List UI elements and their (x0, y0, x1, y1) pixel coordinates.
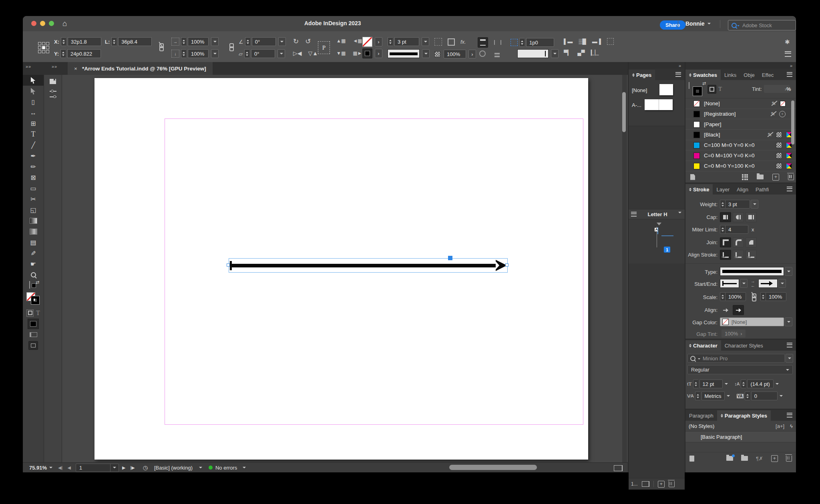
constrain-dimensions-icon[interactable] (158, 43, 163, 50)
stroke-menu-icon[interactable] (787, 187, 792, 191)
no-text-wrap-button[interactable] (478, 37, 488, 48)
pages-collapse-icon[interactable]: » (679, 63, 681, 68)
page-number-input[interactable]: 1 (76, 465, 110, 471)
scale-x-chevron-icon[interactable] (211, 37, 219, 46)
view-options-button[interactable] (23, 329, 44, 340)
rotate-cw-icon[interactable]: ↻ (293, 37, 299, 46)
select-parent-icon[interactable]: ◄▦ (353, 38, 362, 44)
tint-input[interactable]: › (764, 85, 790, 93)
scale-start-stepper[interactable] (720, 292, 725, 301)
fill-swatch-none[interactable] (362, 37, 372, 47)
swatches-scrollbar-thumb[interactable] (791, 100, 794, 145)
page-number-badge[interactable]: 1 (664, 247, 670, 253)
cap-projecting-button[interactable] (746, 212, 757, 222)
selection-handle-anchor[interactable] (448, 256, 452, 260)
zoom-tool[interactable] (23, 269, 44, 280)
document-page[interactable] (94, 78, 588, 460)
pages-dock-button[interactable] (44, 75, 62, 88)
style-row-basic-pa[interactable]: [Basic Paragraph] (685, 432, 796, 442)
adobe-stock-search[interactable]: Adobe Stock (728, 20, 796, 30)
shear-input[interactable]: 0° (251, 49, 275, 58)
new-swatch-button[interactable]: + (772, 174, 779, 181)
preflight-profile[interactable]: [Basic] (working) (154, 465, 193, 471)
gap-color-dropdown[interactable]: [None] (720, 317, 784, 326)
tab-character-styles[interactable]: Character Styles (721, 340, 767, 351)
delete-swatch-button[interactable] (788, 174, 794, 180)
scale-y-chevron-icon[interactable] (211, 49, 219, 58)
tracking-stepper[interactable] (745, 392, 750, 400)
scissors-tool[interactable]: ✂ (23, 194, 44, 205)
fill-stroke-proxy[interactable] (23, 289, 44, 307)
start-chevron-icon[interactable] (740, 279, 748, 288)
affects-text-icon[interactable]: T (36, 309, 40, 317)
stroke-type-dropdown[interactable] (388, 49, 420, 58)
new-color-group-icon[interactable] (757, 175, 764, 179)
selection-tool[interactable] (23, 75, 44, 86)
stroke-swatch-black[interactable] (362, 48, 372, 58)
selection-handle-left[interactable] (227, 263, 230, 267)
y-stepper[interactable] (60, 49, 66, 58)
end-arrowhead-dropdown[interactable] (758, 279, 778, 288)
align-right-icon[interactable]: ▬▐ (592, 38, 601, 44)
rectangle-tool[interactable]: ▭ (23, 183, 44, 194)
document-tab[interactable]: × *Arrow Ends Tutorial.indd @ 76% [GPU P… (68, 62, 213, 75)
stroke-proxy-swatch[interactable] (693, 87, 702, 96)
page-number-chevron-icon[interactable] (110, 464, 119, 472)
dock-expander[interactable]: »» (52, 64, 57, 69)
panel-options-gear-icon[interactable]: ✱ (785, 38, 790, 46)
rotation-input[interactable]: 0° (252, 37, 276, 46)
stroke-type-dropdown[interactable] (720, 267, 784, 276)
join-bevel-button[interactable] (746, 237, 757, 247)
horizontal-scrollbar-thumb[interactable] (449, 465, 537, 470)
master-none-label[interactable]: [None] (632, 87, 647, 93)
scale-y-input[interactable]: 100% (188, 49, 209, 58)
opacity-input[interactable]: 100% (444, 50, 466, 58)
selection-handle-right[interactable] (505, 263, 508, 267)
y-input[interactable]: 24p0.822 (67, 49, 101, 58)
first-page-button[interactable]: ◀| (58, 465, 62, 470)
align-bottom-icon[interactable]: ▎▏ (591, 50, 599, 56)
font-size-chevron-icon[interactable] (725, 383, 728, 386)
tab-paragraph[interactable]: Paragraph (685, 410, 717, 421)
wrap-bounding-box-button[interactable] (493, 38, 502, 47)
swatch-row-registration[interactable]: [Registration] ✎ + (685, 109, 796, 119)
corner-shape-icon[interactable] (448, 38, 455, 46)
swatch-views-icon[interactable] (742, 174, 748, 180)
next-page-button[interactable]: ▶ (122, 465, 125, 470)
hand-tool[interactable]: ☛ (23, 259, 44, 269)
delete-style-button[interactable] (786, 456, 792, 462)
miter-input[interactable]: 4 (725, 225, 748, 234)
errors-chevron-icon[interactable] (243, 467, 246, 470)
fill-proxy-swatch[interactable] (689, 82, 689, 89)
tab-paragraph-styles[interactable]: Paragraph Styles (717, 410, 771, 421)
load-styles-icon[interactable] (689, 456, 694, 462)
user-menu[interactable]: Bonnie (685, 20, 704, 27)
align-top-icon[interactable]: ▀▎ (564, 50, 571, 56)
corner-shape-dropdown[interactable] (517, 49, 549, 58)
tab-character[interactable]: Character (685, 340, 721, 351)
direct-selection-tool[interactable] (23, 86, 44, 96)
style-override-lightning-icon[interactable]: ϟ (790, 423, 793, 429)
swatch-row-yellow[interactable]: C=0 M=0 Y=100 K=0 (685, 161, 796, 171)
swap-fill-stroke-icon[interactable]: ⇄ (36, 280, 39, 285)
kerning-stepper[interactable] (695, 392, 700, 400)
gradient-feather-tool[interactable] (23, 226, 44, 237)
tab-effects[interactable]: Effec (758, 70, 777, 80)
weight-chevron-icon[interactable] (751, 200, 758, 209)
select-child-icon[interactable]: ▦► (353, 50, 362, 56)
prev-page-button[interactable]: ◀ (67, 465, 70, 470)
line-tool[interactable]: ╱ (23, 140, 44, 151)
formatting-affects[interactable]: T (23, 307, 44, 318)
frame-tool[interactable]: ⊠ (23, 172, 44, 183)
zoom-window-button[interactable] (49, 21, 54, 26)
tab-links[interactable]: Links (721, 70, 740, 80)
stroke-expand-icon[interactable]: › (375, 49, 382, 58)
align-left-icon[interactable]: ▌▬ (564, 38, 573, 44)
gap-input[interactable]: 1p0 (526, 38, 554, 47)
rotation-chevron-icon[interactable] (278, 37, 286, 46)
join-miter-button[interactable] (720, 237, 731, 247)
tab-swatches[interactable]: Swatches (685, 70, 721, 80)
align-center-h-icon[interactable]: ▒█ (579, 38, 586, 44)
kerning-chevron-icon[interactable] (727, 395, 730, 398)
reference-point-proxy[interactable] (38, 42, 49, 53)
